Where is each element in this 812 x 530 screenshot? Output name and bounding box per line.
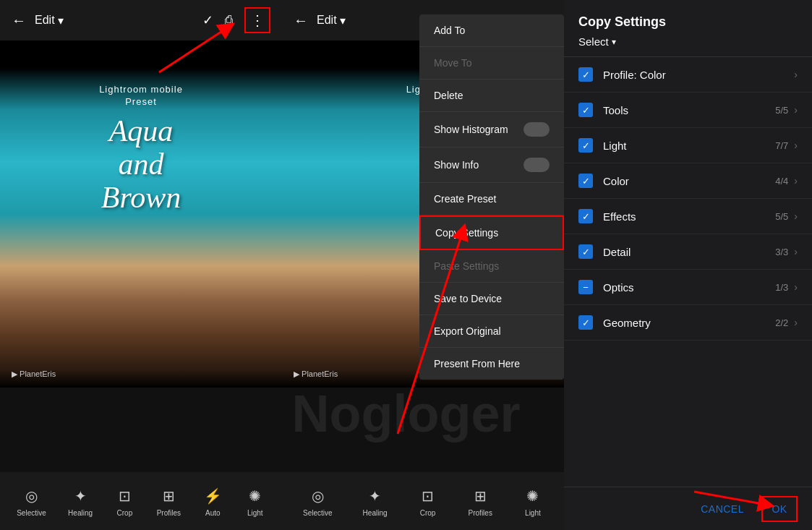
checkbox-detail[interactable]: ✓: [578, 244, 593, 259]
three-dots-button[interactable]: ⋮: [244, 7, 270, 33]
profiles-icon: ⊞: [158, 486, 179, 506]
edit-menu-left[interactable]: Edit ▾: [35, 14, 64, 27]
setting-count-light: 7/7: [775, 140, 788, 151]
menu-create-preset[interactable]: Create Preset: [419, 183, 564, 215]
profiles-label: Profiles: [157, 509, 181, 517]
tool-crop-mid[interactable]: ⊡ Crop: [418, 486, 438, 517]
check-icon[interactable]: ✓: [202, 12, 213, 28]
menu-show-info[interactable]: Show Info: [419, 148, 564, 183]
setting-color[interactable]: ✓ Color 4/4 ›: [564, 163, 812, 199]
setting-detail[interactable]: ✓ Detail 3/3 ›: [564, 234, 812, 270]
light-icon-mid: ✺: [523, 486, 543, 506]
healing-label: Healing: [68, 509, 93, 517]
left-toolbar: ◎ Selective ✦ Healing ⊡ Crop ⊞ Profiles …: [0, 472, 282, 530]
tool-selective[interactable]: ◎ Selective: [17, 486, 46, 517]
middle-panel: ← Edit ▾ Lightro P ▶ PlanetEris Add To M…: [282, 0, 564, 530]
checkbox-light[interactable]: ✓: [578, 138, 593, 153]
selective-label-mid: Selective: [303, 509, 333, 517]
auto-label: Auto: [205, 509, 221, 517]
menu-save-device[interactable]: Save to Device: [419, 283, 564, 315]
tool-healing[interactable]: ✦ Healing: [68, 486, 93, 517]
profiles-label-mid: Profiles: [469, 509, 492, 517]
tool-crop[interactable]: ⊡ Crop: [114, 486, 134, 517]
setting-name-effects: Effects: [603, 210, 775, 223]
chevron-right-profile-color: ›: [794, 69, 798, 80]
header-actions-left: ✓ ⎙ ⋮: [202, 7, 270, 33]
ok-button[interactable]: OK: [761, 496, 798, 522]
back-button-mid[interactable]: ←: [294, 12, 308, 29]
context-menu: Add To Move To Delete Show Histogram Sho…: [419, 14, 564, 380]
check-mark: ✓: [582, 247, 590, 257]
setting-name-profile-color: Profile: Color: [603, 69, 788, 81]
show-info-label: Show Info: [434, 159, 479, 171]
healing-label-mid: Healing: [363, 509, 388, 517]
share-icon[interactable]: ⎙: [225, 13, 233, 28]
menu-delete[interactable]: Delete: [419, 80, 564, 112]
setting-geometry[interactable]: ✓ Geometry 2/2 ›: [564, 305, 812, 341]
tool-selective-mid[interactable]: ◎ Selective: [303, 486, 333, 517]
check-mark: ✓: [582, 176, 590, 187]
check-mark: ✓: [582, 317, 590, 328]
crop-label-mid: Crop: [420, 509, 436, 517]
checkbox-optics[interactable]: −: [578, 280, 593, 294]
healing-icon-mid: ✦: [365, 486, 385, 506]
crop-icon: ⊡: [114, 486, 134, 506]
tool-auto[interactable]: ⚡ Auto: [202, 486, 223, 517]
selective-label: Selective: [17, 509, 46, 517]
checkbox-color[interactable]: ✓: [578, 174, 593, 188]
setting-optics[interactable]: − Optics 1/3 ›: [564, 270, 812, 305]
setting-tools[interactable]: ✓ Tools 5/5 ›: [564, 93, 812, 128]
checkbox-profile-color[interactable]: ✓: [578, 67, 593, 82]
setting-name-optics: Optics: [603, 281, 775, 294]
info-toggle[interactable]: [523, 158, 550, 172]
planet-eris-mid: ▶ PlanetEris: [294, 369, 338, 379]
menu-add-to[interactable]: Add To: [419, 14, 564, 47]
menu-present-from-here[interactable]: Present From Here: [419, 348, 564, 380]
chevron-right-geometry: ›: [794, 317, 798, 328]
setting-name-tools: Tools: [603, 104, 775, 116]
tool-profiles[interactable]: ⊞ Profiles: [157, 486, 181, 517]
checkbox-effects[interactable]: ✓: [578, 209, 593, 223]
edit-menu-mid[interactable]: Edit ▾: [317, 14, 346, 27]
check-mark: −: [583, 282, 589, 293]
tool-healing-mid[interactable]: ✦ Healing: [363, 486, 388, 517]
setting-effects[interactable]: ✓ Effects 5/5 ›: [564, 199, 812, 234]
check-mark: ✓: [582, 211, 590, 222]
menu-show-histogram[interactable]: Show Histogram: [419, 112, 564, 148]
setting-profile-color[interactable]: ✓ Profile: Color ›: [564, 57, 812, 93]
setting-light[interactable]: ✓ Light 7/7 ›: [564, 128, 812, 163]
right-panel: Copy Settings Select ▾ ✓ Profile: Color …: [564, 0, 812, 530]
tool-profiles-mid[interactable]: ⊞ Profiles: [469, 486, 492, 517]
right-footer: CANCEL OK: [564, 487, 812, 530]
back-button[interactable]: ←: [12, 12, 26, 29]
menu-export-original[interactable]: Export Original: [419, 315, 564, 348]
setting-count-effects: 5/5: [775, 211, 788, 222]
setting-count-tools: 5/5: [775, 105, 788, 116]
chevron-right-effects: ›: [794, 210, 798, 222]
setting-name-detail: Detail: [603, 246, 775, 258]
tool-light[interactable]: ✺ Light: [245, 486, 265, 517]
middle-toolbar: ◎ Selective ✦ Healing ⊡ Crop ⊞ Profiles …: [282, 472, 564, 530]
select-dropdown[interactable]: Select ▾: [578, 35, 798, 48]
light-label-mid: Light: [525, 509, 541, 517]
setting-count-detail: 3/3: [775, 247, 788, 257]
settings-list: ✓ Profile: Color › ✓ Tools 5/5 › ✓ Light…: [564, 57, 812, 487]
check-mark: ✓: [582, 140, 590, 151]
cancel-button[interactable]: CANCEL: [701, 503, 744, 515]
histogram-toggle[interactable]: [523, 122, 550, 137]
light-icon: ✺: [245, 486, 265, 506]
selective-icon: ◎: [21, 486, 41, 506]
checkbox-geometry[interactable]: ✓: [578, 315, 593, 330]
check-mark: ✓: [582, 69, 590, 80]
chevron-right-color: ›: [794, 175, 798, 187]
checkbox-tools[interactable]: ✓: [578, 103, 593, 117]
menu-move-to: Move To: [419, 47, 564, 80]
menu-copy-settings[interactable]: Copy Settings: [419, 215, 564, 250]
tool-light-mid[interactable]: ✺ Light: [523, 486, 543, 517]
setting-name-light: Light: [603, 140, 775, 152]
crop-label: Crop: [117, 509, 133, 517]
check-mark: ✓: [582, 105, 590, 116]
healing-icon: ✦: [70, 486, 90, 506]
left-panel: ← Edit ▾ ✓ ⎙ ⋮ Lightroom mobile Preset A…: [0, 0, 282, 530]
copy-settings-title: Copy Settings: [578, 14, 798, 30]
